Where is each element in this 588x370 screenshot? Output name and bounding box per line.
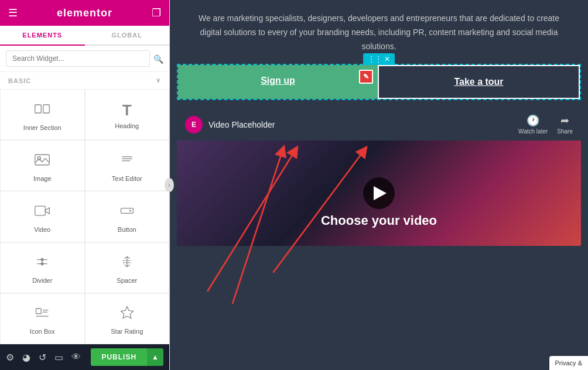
button-section: ⋮⋮ ✕ □ Sign up ✎ Take a tour <box>177 64 581 100</box>
section-close-button[interactable]: ✕ <box>384 55 390 63</box>
image-icon <box>34 152 50 170</box>
svg-marker-15 <box>40 262 45 266</box>
grid-icon[interactable]: ❐ <box>152 6 161 19</box>
widget-video[interactable]: Video <box>0 191 85 242</box>
inner-section-icon <box>34 101 50 119</box>
svg-marker-12 <box>40 258 45 262</box>
svg-rect-2 <box>35 155 50 165</box>
history-icon[interactable]: ↺ <box>39 352 46 363</box>
video-icon <box>34 203 50 221</box>
section-basic-label[interactable]: BASIC ∨ <box>0 72 169 89</box>
star-rating-icon <box>119 304 135 323</box>
buttons-row: Sign up ✎ Take a tour <box>178 65 580 99</box>
widgets-grid: Inner Section T Heading Image Text Edito… <box>0 89 169 344</box>
svg-marker-8 <box>46 208 50 214</box>
video-placeholder-label: Video Placeholder <box>208 120 275 129</box>
bottom-bar: ⚙ ◕ ↺ ▭ 👁 PUBLISH ▲ <box>0 344 169 370</box>
heading-icon: T <box>122 102 132 118</box>
search-row: 🔍 <box>0 46 169 72</box>
svg-rect-7 <box>35 206 46 215</box>
svg-rect-0 <box>35 105 42 113</box>
search-input[interactable] <box>6 50 150 67</box>
divider-icon <box>34 253 50 272</box>
share-button[interactable]: ➦ Share <box>557 114 573 135</box>
video-section: E Video Placeholder 🕐 Watch later ➦ Shar… <box>177 108 581 246</box>
drag-dots-icon: ⋮⋮ <box>368 55 382 63</box>
signup-button[interactable]: Sign up ✎ <box>178 65 378 99</box>
app-logo: elementor <box>57 7 112 19</box>
eye-icon[interactable]: 👁 <box>71 352 81 362</box>
widget-inner-section[interactable]: Inner Section <box>0 89 85 140</box>
tab-global[interactable]: GLOBAL <box>85 26 170 44</box>
elementor-video-logo: E <box>185 116 203 133</box>
watch-later-button[interactable]: 🕐 Watch later <box>518 114 548 135</box>
widget-heading[interactable]: T Heading <box>85 89 170 140</box>
text-editor-icon <box>119 152 135 170</box>
widget-icon-box[interactable]: Icon Box <box>0 293 85 344</box>
settings-icon[interactable]: ⚙ <box>6 352 14 363</box>
layers-icon[interactable]: ◕ <box>22 352 30 363</box>
widget-button[interactable]: Button <box>85 191 170 242</box>
bottom-icons: ⚙ ◕ ↺ ▭ 👁 <box>6 352 81 363</box>
responsive-icon[interactable]: ▭ <box>54 352 63 363</box>
clock-icon: 🕐 <box>527 114 539 127</box>
svg-rect-1 <box>43 105 50 113</box>
svg-rect-19 <box>36 309 42 314</box>
left-panel: ☰ elementor ❐ ELEMENTS GLOBAL 🔍 BASIC ∨ … <box>0 0 170 370</box>
play-button[interactable] <box>363 177 395 209</box>
widget-star-rating[interactable]: Star Rating <box>85 293 170 344</box>
video-actions: 🕐 Watch later ➦ Share <box>518 114 573 135</box>
widget-image[interactable]: Image <box>0 140 85 191</box>
video-top-bar: E Video Placeholder 🕐 Watch later ➦ Shar… <box>177 108 581 141</box>
spacer-icon <box>119 253 135 272</box>
publish-button[interactable]: PUBLISH <box>91 348 147 366</box>
top-bar: ☰ elementor ❐ <box>0 0 169 26</box>
play-triangle-icon <box>374 186 387 200</box>
take-tour-button[interactable]: Take a tour <box>378 65 580 99</box>
widget-divider[interactable]: Divider <box>0 242 85 293</box>
publish-arrow-button[interactable]: ▲ <box>147 348 163 366</box>
video-logo-area: E Video Placeholder <box>185 116 275 133</box>
widget-spacer[interactable]: Spacer <box>85 242 170 293</box>
tab-elements[interactable]: ELEMENTS <box>0 26 85 46</box>
search-icon: 🔍 <box>153 54 163 64</box>
share-icon: ➦ <box>560 114 569 127</box>
hamburger-icon[interactable]: ☰ <box>8 6 18 19</box>
privacy-badge[interactable]: Privacy & <box>549 356 588 370</box>
publish-group: PUBLISH ▲ <box>91 348 163 366</box>
button-icon <box>119 203 135 221</box>
section-handle: ⋮⋮ ✕ <box>363 53 395 65</box>
widget-text-editor[interactable]: Text Editor <box>85 140 170 191</box>
video-thumbnail[interactable]: Choose your video <box>177 141 581 246</box>
choose-video-text: Choose your video <box>321 213 437 228</box>
svg-marker-23 <box>121 307 133 318</box>
canvas-description: We are marketing specialists, designers,… <box>170 0 588 53</box>
edit-button-overlay[interactable]: ✎ <box>359 70 373 84</box>
tabs-row: ELEMENTS GLOBAL <box>0 26 169 46</box>
canvas-area: We are marketing specialists, designers,… <box>170 0 588 370</box>
icon-box-icon <box>34 304 50 323</box>
resize-handle[interactable] <box>166 0 169 370</box>
